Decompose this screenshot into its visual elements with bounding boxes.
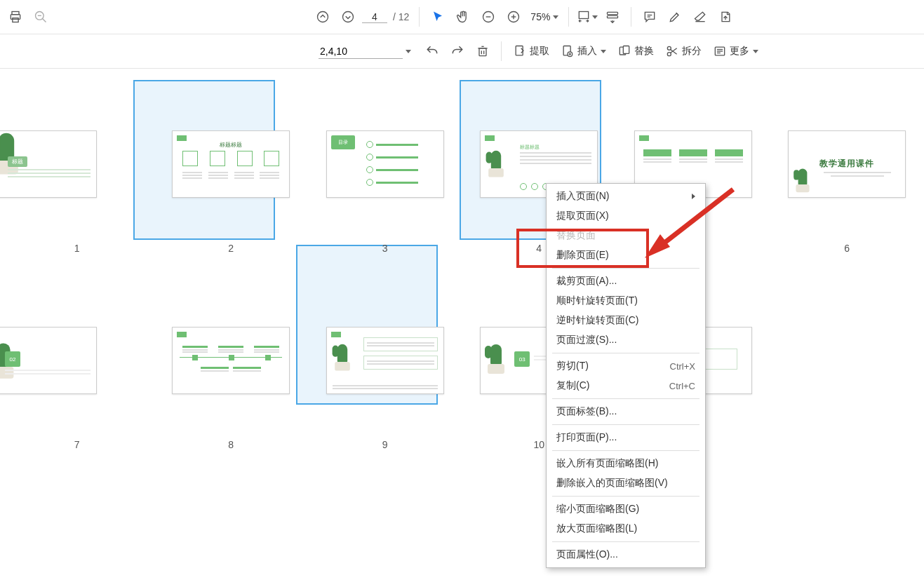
page-number-input[interactable] [362,11,387,23]
page-up-icon[interactable] [312,6,334,28]
cm-shrink-thumbs[interactable]: 缩小页面缩略图(G) [547,499,705,519]
thumb-label: 10 [533,439,544,450]
thumb-page-9[interactable]: 9 [308,286,462,450]
split-button[interactable]: 拆分 [661,43,706,60]
redo-icon[interactable] [446,40,469,62]
thumb-label: 6 [844,243,850,254]
page-down-icon[interactable] [337,6,359,28]
cm-embed-all-thumbs[interactable]: 嵌入所有页面缩略图(H) [547,454,705,473]
more-button[interactable]: 更多 [709,43,763,60]
cm-enlarge-thumbs[interactable]: 放大页面缩略图(L) [547,519,705,539]
cm-rotate-ccw[interactable]: 逆时针旋转页面(C) [547,311,705,330]
cm-copy[interactable]: 复制(C)Ctrl+C [547,376,705,396]
svg-line-4 [43,19,46,22]
shortcut-label: Ctrl+X [670,361,695,372]
cm-page-props[interactable]: 页面属性(O)... [547,545,705,565]
cm-cut[interactable]: 剪切(T)Ctrl+X [547,356,705,376]
cm-replace-page[interactable]: 替换页面 [547,226,705,245]
svg-rect-21 [479,48,486,56]
svg-rect-2 [13,18,18,22]
shortcut-label: Ctrl+C [669,381,695,391]
thumb-page-2[interactable]: 标题标题 2 [154,90,309,254]
cm-page-label[interactable]: 页面标签(B)... [547,402,705,421]
thumb-label: 3 [382,243,388,254]
thumb-label: 2 [228,243,234,254]
cm-insert-page[interactable]: 插入页面(N) [547,187,705,206]
cm-extract-page[interactable]: 提取页面(X) [547,206,705,226]
zoom-out-magnifier-icon[interactable] [29,6,52,28]
hand-tool-icon[interactable] [452,6,474,28]
thumb-page-3[interactable]: 目录 3 [308,90,462,254]
highlight-icon[interactable] [664,6,686,28]
comment-icon[interactable] [638,6,661,28]
cm-crop-page[interactable]: 裁剪页面(A)... [547,271,705,291]
cm-rotate-cw[interactable]: 顺时针旋转页面(T) [547,291,705,311]
cm-page-transition[interactable]: 页面过渡(S)... [547,330,705,350]
eraser-icon[interactable] [689,6,711,28]
pages-range-input[interactable] [319,44,403,59]
print-icon[interactable] [4,6,27,28]
zoom-select[interactable]: 75% [528,10,561,24]
thumb-page-7[interactable]: 02 7 [0,286,154,450]
cm-delete-page[interactable]: 删除页面(E) [547,245,705,265]
extract-button[interactable]: 提取 [509,43,554,60]
thumb-page-6[interactable]: 教学通用课件 6 [770,90,925,254]
svg-rect-15 [608,15,618,18]
svg-point-7 [343,12,354,22]
thumb-label: 7 [74,439,80,450]
thumb-label: 4 [536,243,542,254]
submenu-arrow-icon [692,194,695,199]
toolbar-main: / 12 75% [0,0,924,34]
insert-button[interactable]: 插入 [556,43,610,60]
slide-title: 教学通用课件 [789,158,905,170]
svg-rect-32 [623,46,629,54]
delete-icon[interactable] [471,40,494,62]
thumb-page-1[interactable]: 标题 1 [0,90,154,254]
svg-rect-13 [580,12,589,19]
svg-point-6 [318,12,328,22]
cm-print-page[interactable]: 打印页面(P)... [547,428,705,447]
select-tool-icon[interactable] [427,6,449,28]
toolbar-pages: 提取 插入 替换 拆分 更多 [0,34,924,69]
zoom-out-icon[interactable] [477,6,500,28]
stamp-icon[interactable] [714,6,737,28]
svg-rect-26 [516,46,523,55]
thumb-page-8[interactable]: 8 [154,286,309,450]
undo-icon[interactable] [421,40,443,62]
thumb-label: 9 [382,439,388,450]
page-total: / 12 [390,11,412,22]
fit-width-icon[interactable] [576,6,598,28]
thumb-label: 8 [228,439,234,450]
replace-button[interactable]: 替换 [613,43,658,60]
context-menu: 插入页面(N) 提取页面(X) 替换页面 删除页面(E) 裁剪页面(A)... … [546,183,706,568]
svg-rect-14 [608,12,618,14]
thumbnails-panel: 标题 1 标题标题 [0,69,924,587]
reflow-icon[interactable] [601,6,624,28]
cm-remove-embed-thumbs[interactable]: 删除嵌入的页面缩略图(V) [547,473,705,493]
zoom-in-icon[interactable] [502,6,525,28]
thumb-page-12[interactable] [770,286,925,450]
thumb-label: 1 [74,243,80,254]
